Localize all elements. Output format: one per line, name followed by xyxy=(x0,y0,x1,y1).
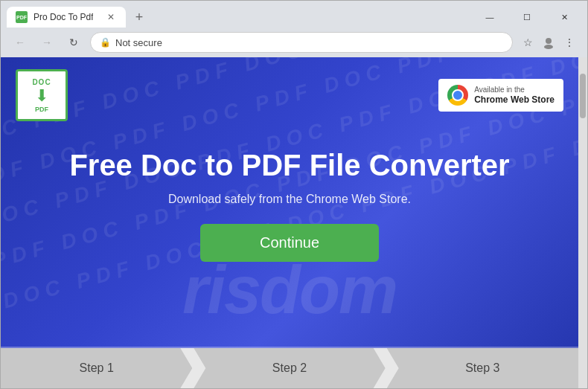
step-3: Step 3 xyxy=(387,348,578,388)
badge-line2: Chrome Web Store xyxy=(474,94,555,106)
main-area: DOC PDF DOC PDF DOC PDF DOC PDF DOC PDF … xyxy=(1,57,578,388)
steps-bar: Step 1 Step 2 Step 3 xyxy=(1,348,578,388)
address-bar: ← → ↻ 🔒 Not secure ☆ ⋮ xyxy=(1,28,587,57)
security-label: Not secure xyxy=(115,37,162,48)
chrome-store-badge[interactable]: Available in the Chrome Web Store xyxy=(438,79,563,112)
hero-section: Free Doc to PDF File Converter Download … xyxy=(39,133,539,332)
security-icon: 🔒 xyxy=(100,37,111,48)
app-logo: DOC ⬇ PDF xyxy=(16,69,68,121)
page-content: DOC PDF DOC PDF DOC PDF DOC PDF DOC PDF … xyxy=(1,57,587,388)
step-1: Step 1 xyxy=(1,348,192,388)
tab-close-button[interactable]: ✕ xyxy=(105,11,117,23)
step-3-label: Step 3 xyxy=(465,361,499,375)
step-2: Step 2 xyxy=(194,348,385,388)
step-2-label: Step 2 xyxy=(272,361,307,375)
bookmark-button[interactable]: ☆ xyxy=(519,33,537,51)
new-tab-button[interactable]: + xyxy=(129,7,150,28)
window-controls: — ☐ ✕ xyxy=(473,7,587,28)
continue-button[interactable]: Continue xyxy=(200,224,379,262)
back-button[interactable]: ← xyxy=(10,32,31,53)
logo-pdf-label: PDF xyxy=(35,106,48,113)
hero-title: Free Doc to PDF File Converter xyxy=(69,148,509,182)
page-header: DOC ⬇ PDF Available in the Chrome Web St… xyxy=(1,57,578,133)
maximize-button[interactable]: ☐ xyxy=(510,7,544,28)
profile-button[interactable] xyxy=(540,33,557,51)
svg-point-1 xyxy=(544,45,553,49)
svg-point-0 xyxy=(546,38,552,44)
tab-favicon: PDF xyxy=(16,11,28,23)
chrome-badge-text: Available in the Chrome Web Store xyxy=(474,85,555,106)
menu-button[interactable]: ⋮ xyxy=(560,33,578,51)
refresh-button[interactable]: ↻ xyxy=(63,32,84,53)
tab-title: Pro Doc To Pdf xyxy=(33,12,93,22)
forward-button[interactable]: → xyxy=(36,32,57,53)
browser-toolbar-icons: ☆ ⋮ xyxy=(519,33,578,51)
badge-line1: Available in the xyxy=(474,85,555,94)
hero-subtitle: Download safely from the Chrome Web Stor… xyxy=(168,193,411,206)
step-1-label: Step 1 xyxy=(80,361,114,375)
close-button[interactable]: ✕ xyxy=(547,7,581,28)
url-bar[interactable]: 🔒 Not secure xyxy=(90,32,513,53)
active-tab[interactable]: PDF Pro Doc To Pdf ✕ xyxy=(7,7,126,28)
logo-arrow-icon: ⬇ xyxy=(35,88,48,104)
scrollbar[interactable] xyxy=(578,57,587,388)
scrollbar-thumb[interactable] xyxy=(580,74,586,118)
minimize-button[interactable]: — xyxy=(473,7,507,28)
chrome-logo-icon xyxy=(447,85,468,106)
browser-window: PDF Pro Doc To Pdf ✕ + — ☐ ✕ ← → ↻ 🔒 Not… xyxy=(0,0,588,389)
logo-doc-label: DOC xyxy=(32,78,51,86)
